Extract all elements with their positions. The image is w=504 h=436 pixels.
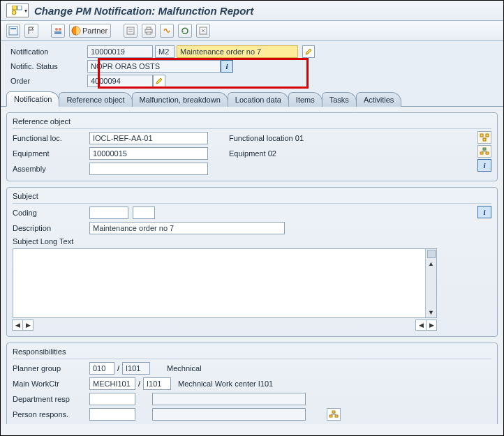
functional-loc-desc: Functional location 01 xyxy=(229,134,304,142)
svg-rect-14 xyxy=(147,32,151,34)
equipment-field[interactable] xyxy=(89,147,208,160)
svg-rect-21 xyxy=(486,152,489,154)
equipment-desc: Equipment 02 xyxy=(229,149,276,158)
svg-rect-0 xyxy=(12,6,17,10)
notification-type-field xyxy=(155,45,175,58)
nav-left-button-2[interactable]: ◀ xyxy=(415,320,427,331)
planner-group-desc: Mechnical xyxy=(167,364,202,373)
svg-rect-9 xyxy=(127,27,134,34)
coding-label: Coding xyxy=(13,209,89,217)
scroll-grip-icon xyxy=(427,250,436,258)
ref-object-info-button[interactable]: i xyxy=(477,159,491,172)
person-respons-hierarchy-button[interactable] xyxy=(327,408,341,421)
partner-icon-button[interactable] xyxy=(51,24,65,38)
coding-field-1[interactable] xyxy=(89,206,128,219)
coding-field-2[interactable] xyxy=(133,206,155,219)
hierarchy-button[interactable] xyxy=(477,145,491,158)
responsibilities-group: Responsibilities Planner group / Mechnic… xyxy=(6,343,498,424)
tab-tasks[interactable]: Tasks xyxy=(322,92,357,107)
notification-list-button[interactable] xyxy=(124,24,138,38)
nav-right-button-2[interactable]: ▶ xyxy=(426,320,437,331)
svg-rect-16 xyxy=(480,134,483,137)
svg-rect-1 xyxy=(17,6,22,10)
notification-number-field xyxy=(87,45,153,58)
reference-object-group: Reference object Functional loc. Functio… xyxy=(6,112,498,181)
tab-activities[interactable]: Activities xyxy=(356,92,401,107)
assembly-field[interactable] xyxy=(89,163,208,175)
main-workctr-field-1[interactable] xyxy=(89,377,135,390)
display-header-button[interactable] xyxy=(6,24,20,38)
equipment-label: Equipment xyxy=(13,149,89,158)
slash-sep-2: / xyxy=(135,379,143,388)
person-respons-desc-field xyxy=(152,408,306,421)
functional-loc-label: Functional loc. xyxy=(13,134,89,142)
scroll-down-button[interactable]: ▼ xyxy=(426,308,436,317)
description-field[interactable] xyxy=(89,222,285,234)
svg-rect-17 xyxy=(486,134,489,137)
reference-object-title: Reference object xyxy=(13,117,491,129)
department-resp-field[interactable] xyxy=(89,393,135,405)
partner-button[interactable]: Partner xyxy=(69,24,111,38)
svg-point-2 xyxy=(12,10,16,15)
status-info-button[interactable]: i xyxy=(221,60,233,73)
svg-rect-18 xyxy=(483,138,486,141)
status-field xyxy=(87,60,221,73)
edit-desc-button[interactable] xyxy=(302,45,315,58)
app-menu-icon[interactable] xyxy=(6,3,29,17)
main-workctr-field-2[interactable] xyxy=(143,377,171,390)
svg-rect-13 xyxy=(147,27,151,29)
department-resp-desc-field xyxy=(152,393,306,405)
person-respons-field[interactable] xyxy=(89,408,135,421)
planner-group-field-1[interactable] xyxy=(89,362,114,375)
order-label: Order xyxy=(10,77,87,85)
page-title: Change PM Notification: Malfunction Repo… xyxy=(34,5,253,17)
svg-rect-3 xyxy=(9,27,17,35)
order-field xyxy=(87,75,153,87)
functional-loc-field[interactable] xyxy=(89,132,208,144)
slash-sep: / xyxy=(114,364,122,373)
subject-group: Subject i Coding Description Subject Lon… xyxy=(6,187,498,337)
services-button[interactable] xyxy=(196,24,210,38)
subject-info-button[interactable]: i xyxy=(477,206,491,218)
scroll-up-button[interactable]: ▲ xyxy=(427,259,436,269)
svg-rect-20 xyxy=(480,152,483,154)
notification-label: Notification xyxy=(10,47,87,56)
description-label: Description xyxy=(13,224,89,232)
tab-strip: NotificationReference objectMalfunction,… xyxy=(1,91,503,107)
subject-longtext-area[interactable]: ▲ ▼ xyxy=(13,248,437,318)
nav-right-button[interactable]: ▶ xyxy=(22,320,34,331)
department-resp-label: Department resp xyxy=(13,395,89,403)
partner-label: Partner xyxy=(82,27,108,35)
tab-notification-content: Reference object Functional loc. Functio… xyxy=(1,107,503,424)
nav-left-button[interactable]: ◀ xyxy=(12,320,23,331)
longtext-label: Subject Long Text xyxy=(13,237,73,246)
svg-rect-7 xyxy=(54,31,61,34)
status-button[interactable] xyxy=(160,24,174,38)
tab-reference-object[interactable]: Reference object xyxy=(59,92,132,107)
tab-location-data[interactable]: Location data xyxy=(228,92,289,107)
main-workctr-desc: Mechnical Work center I101 xyxy=(178,379,273,388)
structure-list-button[interactable] xyxy=(477,131,491,144)
assembly-label: Assembly xyxy=(13,165,89,173)
subject-title: Subject xyxy=(13,192,491,204)
print-button[interactable] xyxy=(142,24,156,38)
svg-rect-19 xyxy=(483,148,486,150)
longtext-nav: ◀ ▶ ◀ ▶ xyxy=(13,320,437,331)
person-respons-label: Person respons. xyxy=(13,410,89,419)
notification-desc-field[interactable] xyxy=(177,45,298,58)
svg-rect-25 xyxy=(329,415,332,417)
svg-rect-4 xyxy=(10,28,16,29)
edit-order-button[interactable] xyxy=(153,75,165,87)
tab-malfunction-breakdown[interactable]: Malfunction, breakdown xyxy=(132,92,228,107)
longtext-scrollbar[interactable]: ▲ ▼ xyxy=(425,249,436,317)
refresh-button[interactable] xyxy=(178,24,192,38)
tab-notification[interactable]: Notification xyxy=(6,91,59,107)
planner-group-label: Planner group xyxy=(13,364,89,373)
svg-point-6 xyxy=(59,28,61,31)
svg-point-5 xyxy=(55,28,58,31)
svg-rect-24 xyxy=(332,411,335,413)
status-label: Notific. Status xyxy=(10,62,87,70)
flag-button[interactable] xyxy=(24,24,38,38)
main-workctr-label: Main WorkCtr xyxy=(13,379,89,388)
tab-items[interactable]: Items xyxy=(288,92,323,107)
